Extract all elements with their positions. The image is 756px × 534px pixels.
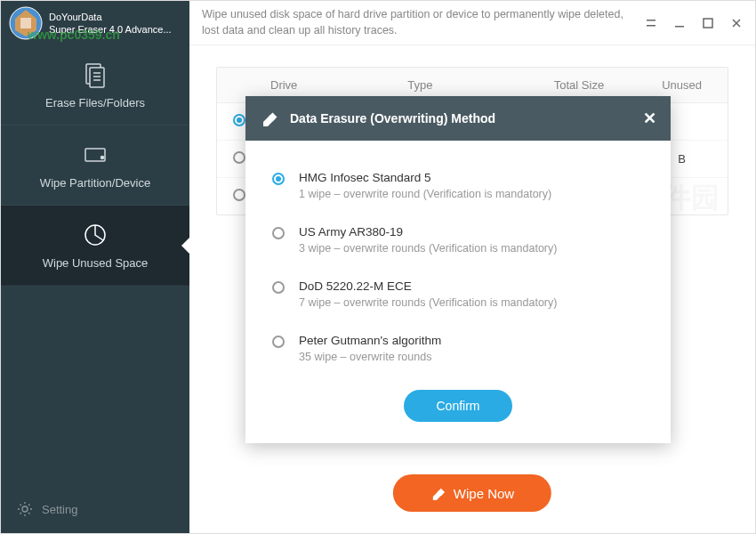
svg-rect-12 xyxy=(647,25,655,27)
minimize-button[interactable] xyxy=(673,17,686,29)
close-icon[interactable]: ✕ xyxy=(643,109,656,128)
sidebar: DoYourData Super Eraser 4.0 Advance... w… xyxy=(1,1,189,533)
radio-button[interactable] xyxy=(272,173,285,185)
gear-icon xyxy=(17,501,33,517)
method-description: 1 wipe – overwrite round (Verification i… xyxy=(299,188,644,200)
method-name: US Army AR380-19 xyxy=(299,225,644,239)
app-window: DoYourData Super Eraser 4.0 Advance... w… xyxy=(0,0,756,534)
method-name: DoD 5220.22-M ECE xyxy=(299,279,644,293)
method-option[interactable]: DoD 5220.22-M ECE 7 wipe – overwrite rou… xyxy=(272,267,644,321)
setting-button[interactable]: Setting xyxy=(1,485,189,533)
watermark-text: www.pc0359.cn xyxy=(28,28,120,42)
method-option[interactable]: HMG Infosec Standard 5 1 wipe – overwrit… xyxy=(272,158,644,213)
menu-icon[interactable] xyxy=(645,17,657,29)
setting-label: Setting xyxy=(42,503,77,516)
drive-icon xyxy=(81,141,109,169)
nav-label: Wipe Unused Space xyxy=(43,256,149,270)
titlebar: Wipe unused disk space of hard drive par… xyxy=(189,1,755,45)
svg-rect-3 xyxy=(90,68,104,87)
method-name: HMG Infosec Standard 5 xyxy=(299,171,644,184)
confirm-button[interactable]: Confirm xyxy=(404,390,511,422)
method-description: 3 wipe – overwrite rounds (Verification … xyxy=(299,242,644,255)
erasure-method-modal: Data Erasure (Overwriting) Method ✕ HMG … xyxy=(245,96,671,443)
svg-rect-11 xyxy=(647,20,655,21)
pie-icon xyxy=(81,221,109,249)
svg-point-8 xyxy=(101,157,104,159)
window-controls xyxy=(645,17,743,29)
col-size-header: Total Size xyxy=(522,78,637,92)
radio-button[interactable] xyxy=(233,151,245,164)
method-description: 7 wipe – overwrite rounds (Verification … xyxy=(299,296,644,309)
modal-title: Data Erasure (Overwriting) Method xyxy=(290,111,643,125)
wipe-now-button[interactable]: Wipe Now xyxy=(393,474,551,512)
sidebar-item-wipe-unused[interactable]: Wipe Unused Space xyxy=(1,206,189,286)
col-unused-header: Unused xyxy=(636,78,728,92)
svg-rect-13 xyxy=(675,26,684,28)
sidebar-item-wipe-partition[interactable]: Wipe Partition/Device xyxy=(1,125,189,206)
modal-header: Data Erasure (Overwriting) Method ✕ xyxy=(245,96,671,141)
method-name: Peter Gutmann's algorithm xyxy=(299,334,644,347)
eraser-icon xyxy=(430,485,446,501)
page-description: Wipe unused disk space of hard drive par… xyxy=(202,7,645,38)
col-type-header: Type xyxy=(407,78,522,92)
nav-label: Wipe Partition/Device xyxy=(40,176,150,190)
radio-button[interactable] xyxy=(272,336,285,348)
nav-label: Erase Files/Folders xyxy=(45,96,145,109)
svg-rect-14 xyxy=(704,19,712,28)
method-description: 35 wipe – overwrite rounds xyxy=(299,351,644,363)
method-option[interactable]: Peter Gutmann's algorithm 35 wipe – over… xyxy=(272,321,644,376)
modal-body: HMG Infosec Standard 5 1 wipe – overwrit… xyxy=(245,141,671,443)
close-button[interactable] xyxy=(730,17,743,29)
svg-point-10 xyxy=(22,506,28,512)
radio-button[interactable] xyxy=(272,227,285,239)
col-drive-header: Drive xyxy=(261,78,407,92)
method-option[interactable]: US Army AR380-19 3 wipe – overwrite roun… xyxy=(272,213,644,267)
radio-button[interactable] xyxy=(272,281,285,294)
files-icon xyxy=(81,61,109,89)
radio-button[interactable] xyxy=(233,114,245,126)
sidebar-item-erase-files[interactable]: Erase Files/Folders xyxy=(1,45,189,125)
radio-button[interactable] xyxy=(233,189,245,201)
eraser-icon xyxy=(260,109,279,128)
maximize-button[interactable] xyxy=(702,17,714,29)
